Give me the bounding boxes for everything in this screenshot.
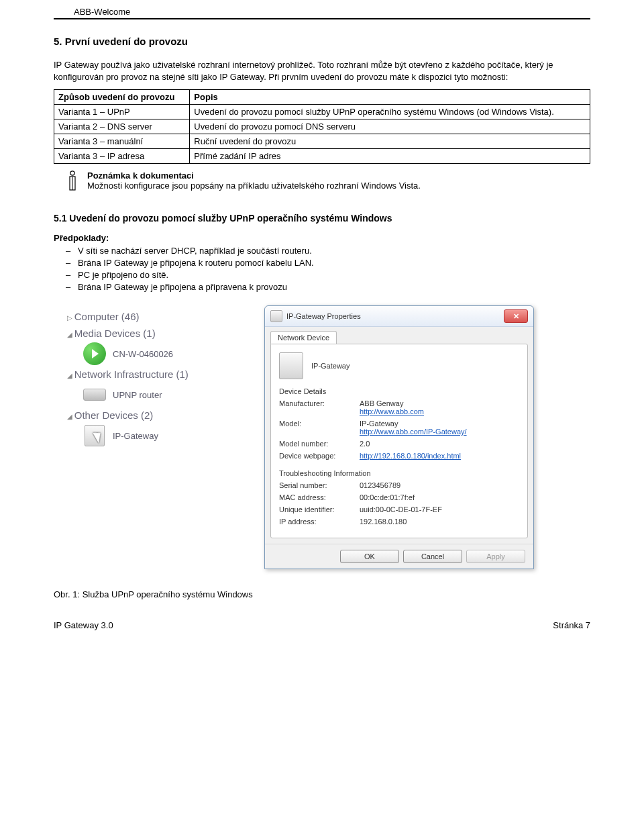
table-cell: Varianta 3 – manuální — [54, 134, 190, 149]
category-computer[interactable]: Computer (46) — [56, 308, 251, 325]
table-row: Varianta 3 – manuální Ruční uvedení do p… — [54, 134, 590, 149]
figure-caption: Obr. 1: Služba UPnP operačního systému W… — [54, 589, 590, 599]
preconditions-label: Předpoklady: — [54, 233, 590, 243]
table-cell: Varianta 2 – DNS server — [54, 119, 190, 134]
table-row: Varianta 3 – IP adresa Přímé zadání IP a… — [54, 149, 590, 164]
table-cell: Varianta 1 – UPnP — [54, 105, 190, 119]
list-item: PC je připojeno do sítě. — [66, 270, 590, 280]
section-troubleshooting: Troubleshooting Information — [279, 469, 519, 477]
properties-dialog: IP-Gateway Properties ✕ Network Device I… — [264, 305, 534, 569]
table-row: Varianta 1 – UPnP Uvedení do provozu pom… — [54, 105, 590, 119]
value-model: IP-Gateway — [360, 420, 398, 428]
category-media-devices[interactable]: Media Devices (1) — [56, 325, 251, 342]
subsection-title: 5.1 Uvedení do provozu pomocí služby UPn… — [54, 213, 590, 224]
link-manufacturer[interactable]: http://www.abb.com — [360, 407, 424, 415]
tab-network-device[interactable]: Network Device — [270, 331, 337, 344]
table-cell: Ruční uvedení do provozu — [190, 134, 590, 149]
device-name: IP-Gateway — [311, 362, 350, 370]
cancel-button[interactable]: Cancel — [403, 550, 462, 563]
label-model-number: Model number: — [279, 440, 360, 448]
table-cell: Uvedení do provozu pomocí služby UPnP op… — [190, 105, 590, 119]
list-item: Brána IP Gateway je připojena a připrave… — [66, 282, 590, 292]
table-head-desc: Popis — [190, 90, 590, 105]
label-uid: Unique identifier: — [279, 505, 360, 513]
section-device-details: Device Details — [279, 387, 519, 395]
footer-right: Stránka 7 — [553, 620, 590, 630]
value-ip: 192.168.0.180 — [360, 518, 407, 526]
preconditions-list: V síti se nachází server DHCP, například… — [66, 246, 590, 292]
close-button[interactable]: ✕ — [504, 309, 528, 323]
note-title: Poznámka k dokumentaci — [87, 170, 421, 181]
ok-button[interactable]: OK — [340, 550, 399, 563]
value-mac: 00:0c:de:01:7f:ef — [360, 493, 415, 501]
device-label: CN-W-0460026 — [113, 349, 173, 359]
value-model-number: 2.0 — [360, 440, 370, 448]
label-mac: MAC address: — [279, 493, 360, 501]
header-rule — [54, 18, 590, 19]
list-item: Brána IP Gateway je připojena k routeru … — [66, 258, 590, 268]
label-model: Model: — [279, 420, 360, 436]
doc-header: ABB-Welcome — [74, 7, 590, 17]
value-manufacturer: ABB Genway — [360, 399, 403, 407]
footer-left: IP Gateway 3.0 — [54, 620, 113, 630]
device-ip-gateway[interactable]: IP-Gateway — [56, 424, 251, 448]
label-ip: IP address: — [279, 518, 360, 526]
dialog-title: IP-Gateway Properties — [286, 312, 361, 320]
note-body: Možnosti konfigurace jsou popsány na pří… — [87, 181, 421, 191]
link-model[interactable]: http://www.abb.com/IP-Gateway/ — [360, 428, 467, 436]
list-item: V síti se nachází server DHCP, například… — [66, 246, 590, 256]
link-device-webpage[interactable]: http://192.168.0.180/index.html — [360, 452, 461, 460]
dialog-title-icon — [270, 310, 282, 322]
svg-point-0 — [70, 171, 74, 175]
table-cell: Varianta 3 – IP adresa — [54, 149, 190, 164]
value-serial: 0123456789 — [360, 481, 400, 489]
category-other-devices[interactable]: Other Devices (2) — [56, 407, 251, 424]
device-media[interactable]: CN-W-0460026 — [56, 342, 251, 366]
screenshot-figure: Computer (46) Media Devices (1) CN-W-046… — [54, 305, 590, 569]
info-icon — [66, 170, 79, 194]
table-head-method: Způsob uvedení do provozu — [54, 90, 190, 105]
options-table: Způsob uvedení do provozu Popis Varianta… — [54, 89, 590, 164]
section-title: 5. První uvedení do provozu — [54, 36, 590, 47]
device-label: IP-Gateway — [113, 431, 158, 441]
table-cell: Přímé zadání IP adres — [190, 149, 590, 164]
device-icon — [83, 426, 106, 445]
intro-paragraph: IP Gateway používá jako uživatelské rozh… — [54, 59, 590, 83]
value-uid: uuid:00-0C-DE-01-7F-EF — [360, 505, 442, 513]
router-icon — [83, 385, 106, 404]
apply-button[interactable]: Apply — [466, 550, 525, 563]
device-label: UPNP router — [113, 390, 162, 400]
label-serial: Serial number: — [279, 481, 360, 489]
label-device-webpage: Device webpage: — [279, 452, 360, 460]
table-row: Varianta 2 – DNS server Uvedení do provo… — [54, 119, 590, 134]
label-manufacturer: Manufacturer: — [279, 399, 360, 415]
device-large-icon — [279, 352, 303, 379]
network-pane: Computer (46) Media Devices (1) CN-W-046… — [54, 305, 254, 569]
category-network-infrastructure[interactable]: Network Infrastructure (1) — [56, 366, 251, 383]
media-play-icon — [83, 344, 106, 363]
device-router[interactable]: UPNP router — [56, 383, 251, 407]
table-cell: Uvedení do provozu pomocí DNS serveru — [190, 119, 590, 134]
